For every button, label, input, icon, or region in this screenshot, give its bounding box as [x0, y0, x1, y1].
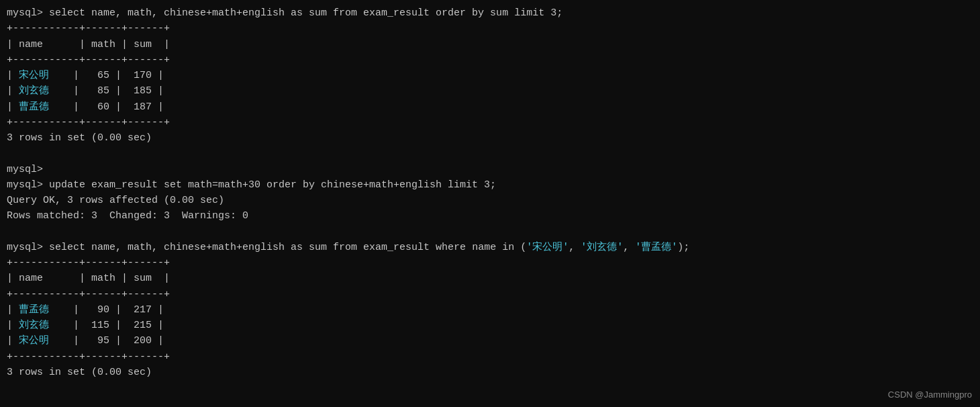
- table1-header: | name | math | sum |: [7, 37, 973, 52]
- math-90: 90: [97, 304, 109, 316]
- table1-row-1: | 宋公明 | 65 | 170 |: [7, 68, 973, 83]
- name-liuxuande-2: 刘玄德: [19, 320, 49, 331]
- sum-187: 187: [134, 101, 152, 113]
- sql-text-1: select name, math, chinese+math+english …: [49, 7, 562, 19]
- name-songongming-1: 宋公明: [19, 70, 49, 81]
- name-caomengde-2: 曹孟德: [19, 304, 49, 316]
- sum-170: 170: [134, 70, 152, 81]
- col-name-2: name: [19, 273, 43, 284]
- query-line-1: mysql> select name, math, chinese+math+e…: [7, 5, 973, 21]
- math-85: 85: [97, 85, 109, 97]
- table1-row-3: | 曹孟德 | 60 | 187 |: [7, 99, 973, 115]
- prompt-1: mysql>: [7, 7, 49, 19]
- terminal-window: mysql> select name, math, chinese+math+e…: [0, 0, 980, 407]
- table2-row-2: | 刘玄德 | 115 | 215 |: [7, 318, 973, 333]
- update-query-line: mysql> update exam_result set math=math+…: [7, 177, 973, 193]
- math-65: 65: [97, 70, 109, 81]
- table1-border-top: +-----------+------+------+: [7, 21, 973, 36]
- in-name2: '刘玄德': [581, 242, 623, 253]
- col-sum-2: sum: [134, 273, 152, 284]
- sum-215: 215: [134, 320, 152, 331]
- where-keyword: where: [436, 242, 466, 253]
- sum-217: 217: [134, 304, 152, 316]
- empty-line-1: [7, 146, 973, 161]
- table2-border-bottom: +-----------+------+------+: [7, 349, 973, 365]
- select-where-line: mysql> select name, math, chinese+math+e…: [7, 240, 973, 255]
- sum-200: 200: [134, 335, 152, 347]
- rows-matched-line: Rows matched: 3 Changed: 3 Warnings: 0: [7, 208, 973, 224]
- result-info-2: 3 rows in set (0.00 sec): [7, 365, 973, 380]
- in-name3: '曹孟德': [635, 242, 677, 253]
- prompt-3: mysql>: [7, 179, 49, 191]
- table2-row-3: | 宋公明 | 95 | 200 |: [7, 333, 973, 349]
- prompt-line-2: mysql>: [7, 162, 973, 177]
- table2-border-top: +-----------+------+------+: [7, 255, 973, 271]
- in-name1: '宋公明': [526, 242, 569, 253]
- col-sum-1: sum: [134, 39, 152, 50]
- table1-border-bottom: +-----------+------+------+: [7, 115, 973, 130]
- sql-update: update exam_result set math=math+30 orde…: [49, 179, 496, 191]
- math-115: 115: [91, 320, 109, 331]
- math-60: 60: [97, 101, 109, 113]
- query-ok-line: Query OK, 3 rows affected (0.00 sec): [7, 193, 973, 208]
- result-info-1: 3 rows in set (0.00 sec): [7, 130, 973, 146]
- table1-row-2: | 刘玄德 | 85 | 185 |: [7, 83, 973, 99]
- prompt-4: mysql>: [7, 242, 49, 253]
- col-math-2: math: [91, 273, 115, 284]
- math-95: 95: [97, 335, 109, 347]
- empty-line-2: [7, 224, 973, 240]
- table2-row-1: | 曹孟德 | 90 | 217 |: [7, 302, 973, 318]
- table2-border-mid: +-----------+------+------+: [7, 287, 973, 302]
- name-liuxuande-1: 刘玄德: [19, 85, 49, 97]
- table1-border-mid: +-----------+------+------+: [7, 52, 973, 68]
- table2-header: | name | math | sum |: [7, 271, 973, 286]
- prompt-2: mysql>: [7, 164, 43, 175]
- name-caomengde-1: 曹孟德: [19, 101, 49, 113]
- name-songongming-2: 宋公明: [19, 335, 49, 347]
- col-math-1: math: [91, 39, 115, 50]
- sql-select-where: select name, math, chinese+math+english …: [49, 242, 689, 253]
- sum-185: 185: [134, 85, 152, 97]
- watermark: CSDN @Jammingpro: [888, 388, 972, 402]
- col-name-1: name: [19, 39, 43, 50]
